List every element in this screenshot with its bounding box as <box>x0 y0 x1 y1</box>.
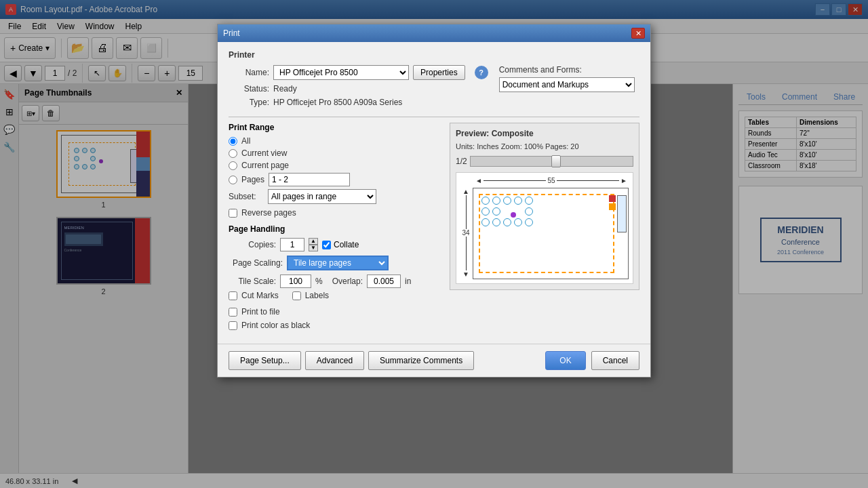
reverse-pages-row: Reverse pages <box>229 208 439 218</box>
name-label: Name: <box>229 68 269 77</box>
overlap-input[interactable] <box>367 274 401 288</box>
cf-select[interactable]: Document and Markups <box>499 77 635 92</box>
copies-label: Copies: <box>229 240 276 249</box>
range-label: Print Range <box>229 123 439 132</box>
copies-up-btn[interactable]: ▲ <box>309 238 318 245</box>
tile-scale-input[interactable] <box>280 274 311 288</box>
radio-current-view[interactable] <box>229 149 237 158</box>
overlap-label: Overlap: <box>332 277 363 286</box>
dialog-title-bar: Print ✕ <box>218 24 650 42</box>
type-value: HP Officejet Pro 8500 A909a Series <box>273 98 402 107</box>
print-color-checkbox[interactable] <box>229 321 237 330</box>
marks-row: Cut Marks Labels <box>229 291 439 304</box>
radio-pages[interactable] <box>229 176 237 184</box>
dialog-close-button[interactable]: ✕ <box>631 28 645 39</box>
print-dialog: Print ✕ Printer Name: HP Officejet Pro 8… <box>217 24 651 378</box>
printer-section-header: Printer <box>229 50 639 60</box>
radio-pages-label[interactable]: Pages <box>241 175 264 184</box>
printer-type-row: Type: HP Officejet Pro 8500 A909a Series <box>229 98 488 107</box>
ok-button[interactable]: OK <box>545 351 585 370</box>
printer-name-row: Name: HP Officejet Pro 8500 Properties ? <box>229 65 488 80</box>
cut-marks-label[interactable]: Cut Marks <box>241 291 279 300</box>
scaling-select[interactable]: Tile large pages <box>287 256 389 270</box>
subset-select[interactable]: All pages in range <box>268 189 376 204</box>
radio-current-view-row: Current view <box>229 148 439 158</box>
preview-slider[interactable] <box>470 156 633 167</box>
tile-label: Tile Scale: <box>229 277 276 286</box>
in-label: in <box>405 277 411 286</box>
ruler-left-value: 34 <box>462 229 469 237</box>
advanced-button[interactable]: Advanced <box>305 351 364 370</box>
tile-scale-row: Tile Scale: % Overlap: in <box>229 274 439 288</box>
app-window: A Room Layout.pdf - Adobe Acrobat Pro − … <box>0 0 868 488</box>
preview-page-label: 1/2 <box>456 157 467 166</box>
radio-all-row: All <box>229 136 439 146</box>
dialog-footer: Page Setup... Advanced Summarize Comment… <box>218 344 650 377</box>
properties-button[interactable]: Properties <box>413 65 465 80</box>
cut-marks-checkbox[interactable] <box>229 291 237 300</box>
status-value: Ready <box>273 84 297 94</box>
cut-marks-row: Cut Marks <box>229 291 279 300</box>
floorplan-preview: ◄ 55 ► ▲ 34 <box>456 172 633 284</box>
footer-left-buttons: Page Setup... Advanced Summarize Comment… <box>229 351 474 370</box>
collate-label[interactable]: Collate <box>334 240 359 249</box>
main-options-cols: Print Range All Current view Current pag… <box>229 123 639 336</box>
cancel-button[interactable]: Cancel <box>591 351 639 370</box>
dialog-left-col: Name: HP Officejet Pro 8500 Properties ?… <box>229 65 488 111</box>
radio-current-page-row: Current page <box>229 161 439 170</box>
handling-label: Page Handling <box>229 224 439 234</box>
radio-current-page-label[interactable]: Current page <box>241 161 289 170</box>
radio-all-label[interactable]: All <box>241 136 250 146</box>
ruler-top-value: 55 <box>547 177 555 184</box>
print-to-file-row: Print to file <box>229 307 439 317</box>
collate-row: Collate <box>322 240 359 249</box>
scaling-row: Page Scaling: Tile large pages <box>229 256 439 270</box>
preview-header: Preview: Composite <box>456 129 633 138</box>
labels-checkbox[interactable] <box>292 291 301 300</box>
help-button[interactable]: ? <box>475 66 488 79</box>
status-label: Status: <box>229 84 269 94</box>
radio-pages-row: Pages <box>229 173 439 186</box>
slider-thumb[interactable] <box>551 155 561 167</box>
type-label: Type: <box>229 98 269 107</box>
reverse-pages-checkbox[interactable] <box>229 209 237 218</box>
options-right-col: Preview: Composite Units: Inches Zoom: 1… <box>450 123 639 336</box>
preview-section: Preview: Composite Units: Inches Zoom: 1… <box>450 123 639 290</box>
subset-label: Subset: <box>229 192 262 201</box>
copies-spinner: ▲ ▼ <box>309 238 318 251</box>
radio-current-page[interactable] <box>229 161 237 170</box>
printer-select[interactable]: HP Officejet Pro 8500 <box>273 65 409 80</box>
radio-current-view-label[interactable]: Current view <box>241 148 287 158</box>
arrow-up-icon: ▲ <box>462 188 469 195</box>
collate-checkbox[interactable] <box>322 241 331 249</box>
labels-label[interactable]: Labels <box>305 291 329 300</box>
reverse-pages-label[interactable]: Reverse pages <box>241 208 296 218</box>
labels-row: Labels <box>292 291 329 300</box>
preview-info: Units: Inches Zoom: 100% Pages: 20 <box>456 142 633 150</box>
print-color-label[interactable]: Print color as black <box>241 321 310 330</box>
arrow-down-icon: ▼ <box>462 270 469 278</box>
page-handling-section: Page Handling Copies: ▲ ▼ Collate <box>229 224 439 330</box>
print-range-section: Print Range All Current view Current pag… <box>229 123 439 218</box>
subset-row: Subset: All pages in range <box>229 189 439 204</box>
arrow-left-icon: ◄ <box>475 177 482 184</box>
radio-all[interactable] <box>229 137 237 146</box>
copies-input[interactable] <box>280 238 304 251</box>
scaling-label: Page Scaling: <box>229 258 283 268</box>
summarize-comments-button[interactable]: Summarize Comments <box>368 351 474 370</box>
divider-1 <box>229 117 639 117</box>
page-setup-button[interactable]: Page Setup... <box>229 351 301 370</box>
pct-label: % <box>315 277 323 286</box>
print-to-file-checkbox[interactable] <box>229 308 237 317</box>
copies-down-btn[interactable]: ▼ <box>309 245 318 251</box>
dialog-body: Printer Name: HP Officejet Pro 8500 Prop… <box>218 42 650 344</box>
preview-slider-area: 1/2 <box>456 156 633 167</box>
pages-range-input[interactable] <box>269 173 350 186</box>
footer-right-buttons: OK Cancel <box>545 351 639 370</box>
print-to-file-label[interactable]: Print to file <box>241 307 280 317</box>
cf-label: Comments and Forms: <box>499 65 639 75</box>
arrow-right-icon: ► <box>620 177 627 184</box>
copies-row: Copies: ▲ ▼ Collate <box>229 238 439 251</box>
dialog-cols: Name: HP Officejet Pro 8500 Properties ?… <box>229 65 639 111</box>
dialog-right-col: Comments and Forms: Document and Markups <box>499 65 639 111</box>
